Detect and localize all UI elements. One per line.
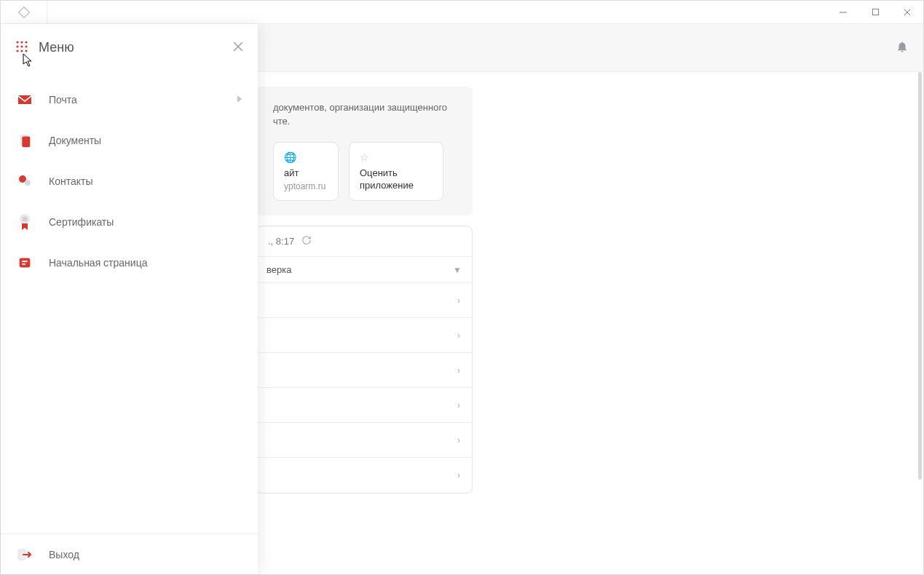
menu-drawer: Меню Почта Документы (1, 24, 258, 574)
menu-item-label: Начальная страница (49, 257, 147, 269)
menu-item-exit[interactable]: Выход (1, 534, 258, 574)
svg-point-5 (16, 41, 18, 43)
scrollbar[interactable] (918, 72, 922, 480)
tile-rate[interactable]: ☆ Оценить приложение (349, 142, 443, 202)
menu-item-mail[interactable]: Почта (1, 79, 258, 120)
svg-marker-16 (237, 95, 242, 103)
drawer-title-group: Меню (15, 40, 74, 56)
svg-rect-23 (20, 258, 31, 268)
tile-site[interactable]: 🌐 айт yptoarm.ru (273, 142, 339, 202)
home-icon (15, 253, 34, 272)
svg-point-11 (16, 49, 18, 52)
list-card: ., 8:17 верка ▼ › › › › › › (256, 226, 473, 493)
svg-rect-24 (22, 261, 27, 262)
chevron-right-icon (236, 94, 243, 106)
chevron-right-icon: › (457, 365, 460, 376)
chevron-right-icon: › (457, 400, 460, 411)
svg-point-9 (20, 45, 23, 47)
close-icon[interactable] (233, 41, 243, 54)
app-window: документов, организации защищенного чте.… (0, 0, 924, 575)
titlebar (1, 1, 923, 24)
menu-item-label: Выход (49, 549, 79, 560)
svg-point-22 (23, 217, 28, 222)
drawer-list: Почта Документы Контакты (1, 72, 258, 534)
menu-item-label: Сертификаты (49, 216, 114, 228)
drawer-title: Меню (39, 40, 74, 55)
globe-icon: 🌐 (284, 151, 328, 163)
select-value: верка (266, 264, 291, 275)
maximize-button[interactable] (859, 1, 891, 24)
svg-point-7 (25, 41, 27, 43)
list-item[interactable]: › (256, 458, 472, 493)
chevron-right-icon: › (457, 296, 460, 306)
svg-point-10 (25, 45, 27, 47)
list-item[interactable]: › (256, 388, 472, 423)
menu-item-contacts[interactable]: Контакты (1, 161, 258, 202)
svg-rect-25 (22, 263, 25, 265)
chevron-right-icon: › (457, 330, 460, 341)
list-item[interactable]: › (256, 353, 472, 388)
svg-point-6 (20, 41, 23, 43)
svg-point-13 (25, 49, 27, 52)
menu-item-documents[interactable]: Документы (1, 120, 258, 161)
chevron-down-icon: ▼ (453, 265, 462, 275)
notifications-icon[interactable] (896, 40, 909, 56)
tiles-row: 🌐 айт yptoarm.ru ☆ Оценить приложение (273, 142, 459, 202)
menu-item-label: Документы (49, 135, 101, 146)
drawer-header: Меню (1, 24, 258, 72)
window-controls (827, 1, 923, 24)
svg-rect-0 (18, 7, 29, 17)
minimize-button[interactable] (827, 1, 859, 24)
svg-point-20 (25, 180, 31, 186)
svg-rect-18 (22, 137, 30, 148)
menu-item-certificates[interactable]: Сертификаты (1, 202, 258, 242)
close-window-button[interactable] (891, 1, 923, 24)
list-item[interactable]: › (256, 318, 472, 353)
svg-rect-2 (872, 9, 878, 15)
svg-point-12 (20, 49, 23, 52)
tile-label: айт (284, 167, 328, 180)
list-item[interactable]: › (256, 423, 472, 458)
menu-item-home[interactable]: Начальная страница (1, 242, 258, 283)
mail-icon (15, 90, 34, 109)
tile-sub: yptoarm.ru (284, 181, 328, 191)
info-text: документов, организации защищенного чте. (273, 101, 459, 129)
contacts-icon (15, 172, 34, 191)
tile-label: Оценить приложение (360, 167, 433, 192)
chevron-right-icon: › (457, 470, 460, 480)
menu-item-label: Контакты (49, 175, 92, 187)
certificate-icon (15, 213, 34, 231)
refresh-icon[interactable] (301, 235, 312, 247)
list-item[interactable]: › (256, 283, 472, 318)
star-icon: ☆ (360, 151, 433, 163)
menu-item-label: Почта (49, 94, 77, 106)
select-dropdown[interactable]: верка ▼ (256, 257, 472, 283)
exit-icon (15, 545, 34, 564)
svg-point-8 (16, 45, 18, 47)
info-card: документов, организации защищенного чте.… (256, 87, 473, 215)
documents-icon (15, 131, 34, 150)
timestamp-text: ., 8:17 (268, 236, 294, 247)
menu-dots-icon (15, 40, 28, 56)
app-logo-icon (1, 1, 47, 24)
list-card-header: ., 8:17 (256, 226, 472, 257)
chevron-right-icon: › (457, 435, 460, 445)
